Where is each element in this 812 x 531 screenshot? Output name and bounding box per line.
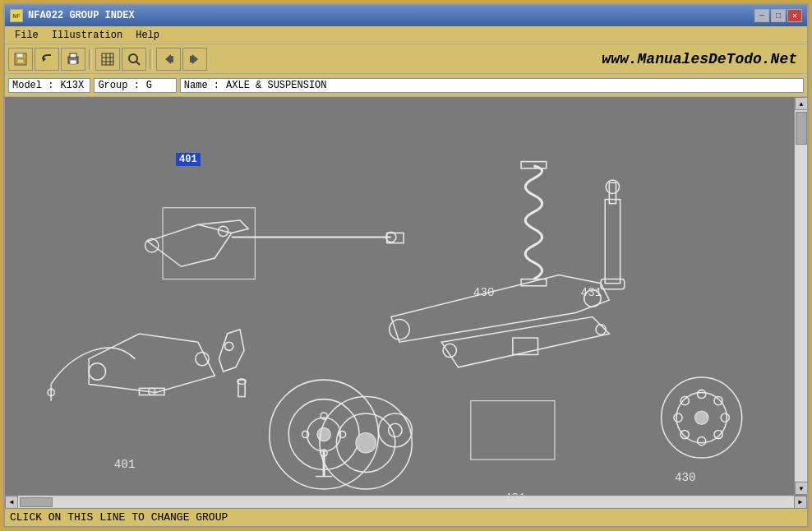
toolbar-sep-1 [89, 49, 92, 69]
scrollbar-right[interactable]: ▲ ▼ [794, 97, 807, 495]
svg-point-64 [681, 397, 689, 405]
svg-point-27 [225, 342, 233, 350]
menu-bar: File Illustration Help [5, 26, 807, 44]
scroll-thumb-right[interactable] [796, 112, 807, 145]
save-button[interactable] [8, 48, 33, 71]
scroll-up-button[interactable]: ▲ [795, 97, 807, 110]
undo-button[interactable] [35, 48, 59, 71]
title-bar-left: NF NFA022 GROUP INDEX [10, 9, 135, 22]
print-button[interactable] [61, 48, 85, 71]
content-area: 401 .part { fill: none; stroke: #e8e8e8;… [5, 97, 807, 495]
scrollbar-bottom[interactable]: ◀ ▶ [5, 495, 807, 508]
svg-rect-51 [605, 200, 620, 284]
svg-point-23 [89, 363, 105, 380]
search-button[interactable] [122, 48, 146, 71]
toolbar-sep-2 [150, 49, 153, 69]
menu-help[interactable]: Help [129, 28, 166, 43]
svg-rect-5 [70, 53, 76, 58]
info-bar: Model : K13X Group : G Name : AXLE & SUS… [5, 74, 807, 97]
title-bar-buttons: ─ □ ✕ [754, 9, 802, 22]
svg-marker-14 [165, 54, 171, 64]
undo-icon [39, 52, 54, 67]
menu-illustration[interactable]: Illustration [45, 28, 129, 43]
print-icon [66, 52, 81, 67]
svg-rect-2 [17, 59, 24, 63]
svg-text:431: 431 [505, 492, 526, 495]
svg-rect-17 [190, 56, 192, 62]
app-icon: NF [10, 9, 23, 22]
group-value: G [143, 79, 176, 92]
back-icon [161, 52, 176, 67]
svg-rect-1 [16, 53, 23, 58]
svg-rect-30 [238, 380, 245, 396]
scroll-track-right [795, 110, 807, 482]
svg-rect-49 [521, 162, 547, 169]
scroll-track-bottom [18, 496, 794, 508]
svg-point-42 [356, 432, 376, 453]
scroll-left-button[interactable]: ◀ [5, 496, 18, 509]
name-field: Name : AXLE & SUSPENSION [180, 78, 804, 93]
scroll-right-button[interactable]: ▶ [794, 496, 807, 509]
close-button[interactable]: ✕ [787, 9, 802, 22]
toolbar: www.ManualesDeTodo.Net [5, 44, 807, 74]
model-field: Model : K13X [8, 78, 90, 93]
diagram-area[interactable]: 401 .part { fill: none; stroke: #e8e8e8;… [5, 97, 794, 495]
status-text: CLICK ON THIS LINE TO CHANGE GROUP [10, 511, 228, 524]
svg-point-68 [694, 411, 708, 424]
svg-marker-3 [43, 57, 46, 62]
svg-rect-7 [102, 53, 113, 65]
svg-point-66 [681, 430, 689, 438]
parts-diagram: .part { fill: none; stroke: #e8e8e8; str… [5, 97, 794, 495]
svg-text:430: 430 [675, 471, 696, 484]
svg-point-18 [145, 239, 159, 252]
name-value: AXLE & SUSPENSION [223, 79, 330, 92]
svg-text:401: 401 [114, 458, 136, 471]
model-value: K13X [57, 79, 90, 92]
svg-point-67 [714, 397, 722, 405]
group-field: Group : G [94, 78, 176, 93]
minimize-button[interactable]: ─ [754, 9, 769, 22]
forward-button[interactable] [182, 48, 207, 71]
svg-line-13 [136, 62, 140, 65]
group-label: Group : [95, 79, 142, 92]
forward-icon [187, 52, 202, 67]
svg-text:431: 431 [581, 286, 602, 299]
svg-point-12 [129, 54, 137, 62]
svg-marker-16 [192, 54, 198, 64]
back-button[interactable] [156, 48, 181, 71]
name-label: Name : [181, 79, 223, 92]
table-button[interactable] [95, 48, 120, 71]
svg-point-38 [302, 431, 309, 437]
svg-point-65 [714, 430, 722, 438]
window-title: NFA022 GROUP INDEX [28, 10, 135, 21]
svg-rect-6 [70, 60, 76, 64]
menu-file[interactable]: File [8, 28, 45, 43]
svg-point-60 [698, 390, 706, 398]
model-label: Model : [9, 79, 57, 92]
search-icon [127, 52, 141, 67]
save-icon [13, 52, 28, 67]
main-window: NF NFA022 GROUP INDEX ─ □ ✕ File Illustr… [3, 3, 809, 528]
watermark-text: www.ManualesDeTodo.Net [602, 51, 797, 67]
status-bar: CLICK ON THIS LINE TO CHANGE GROUP [5, 508, 807, 526]
svg-text:430: 430 [473, 286, 495, 299]
svg-point-62 [674, 413, 682, 422]
scroll-down-button[interactable]: ▼ [795, 482, 807, 495]
svg-point-35 [317, 427, 330, 441]
svg-point-47 [390, 320, 410, 340]
svg-point-63 [721, 413, 729, 422]
svg-rect-70 [471, 401, 555, 459]
svg-rect-15 [171, 56, 173, 62]
svg-point-39 [339, 431, 345, 437]
svg-rect-53 [601, 279, 625, 289]
svg-rect-69 [163, 208, 255, 279]
title-bar: NF NFA022 GROUP INDEX ─ □ ✕ [5, 5, 807, 26]
scroll-thumb-bottom[interactable] [20, 497, 53, 507]
svg-rect-50 [521, 279, 547, 286]
table-icon [100, 52, 115, 67]
svg-point-44 [389, 423, 402, 436]
maximize-button[interactable]: □ [771, 9, 786, 22]
svg-point-61 [698, 437, 706, 446]
